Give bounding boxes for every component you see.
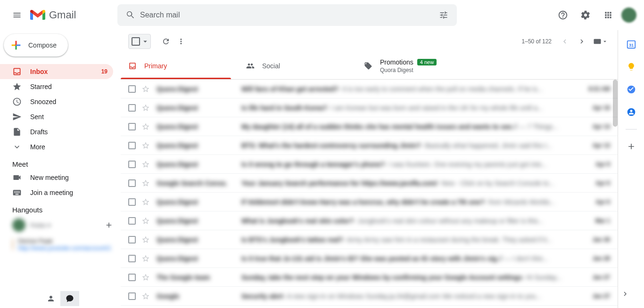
mail-row[interactable]: Quora Digest Is BTS's Jungkook's tattoo …	[121, 230, 618, 249]
refresh-button[interactable]	[158, 34, 173, 49]
row-star[interactable]	[141, 122, 151, 131]
mail-row[interactable]: Google Security alert - A new sign-in on…	[121, 287, 618, 306]
row-star[interactable]	[141, 254, 151, 263]
account-avatar[interactable]	[621, 8, 636, 23]
row-star[interactable]	[141, 235, 151, 244]
more-button[interactable]	[173, 34, 189, 49]
tab-promotions[interactable]: Promotions 4 new Quora Digest	[356, 53, 474, 79]
row-checkbox[interactable]	[128, 274, 136, 281]
chevron-down-icon	[12, 142, 22, 152]
hide-side-panel[interactable]	[616, 284, 635, 303]
select-dropdown[interactable]	[141, 37, 149, 46]
hangouts-tab-chat[interactable]	[60, 291, 79, 306]
nav-snoozed[interactable]: Snoozed	[0, 94, 113, 109]
row-subject: BTS: What's the hardest controversy surr…	[241, 142, 577, 149]
contacts-app[interactable]	[626, 106, 637, 118]
mail-row[interactable]: Quora Digest My daughter (14) all of a s…	[121, 117, 618, 136]
row-sender: Quora Digest	[157, 123, 241, 130]
star-outline-icon	[141, 292, 150, 300]
row-checkbox[interactable]	[128, 104, 136, 112]
nav-join-meeting[interactable]: Join a meeting	[0, 185, 113, 200]
mail-row[interactable]: Quora Digest Is it true that Jz-131 aid …	[121, 249, 618, 268]
row-checkbox[interactable]	[128, 198, 136, 206]
row-star[interactable]	[141, 179, 151, 187]
select-all[interactable]	[128, 34, 151, 49]
nav-drafts[interactable]: Drafts	[0, 124, 113, 139]
row-subject: Is life hard in South Korea? - I am Kore…	[241, 104, 577, 112]
row-checkbox[interactable]	[128, 179, 136, 187]
scrollbar-thumb[interactable]	[613, 80, 618, 127]
star-outline-icon	[141, 85, 150, 93]
nav-label: Join a meeting	[30, 189, 107, 196]
input-tools-button[interactable]	[591, 34, 610, 49]
row-checkbox[interactable]	[128, 255, 136, 262]
support-button[interactable]	[553, 6, 572, 24]
nav-label: Starred	[30, 83, 107, 90]
row-subject: Your January Search performance for http…	[241, 179, 577, 187]
row-star[interactable]	[141, 160, 151, 169]
nav-more[interactable]: More	[0, 139, 113, 154]
row-checkbox[interactable]	[128, 123, 136, 130]
page-count: 1–50 of 122	[522, 38, 552, 45]
star-outline-icon	[141, 160, 150, 169]
nav-new-meeting[interactable]: New meeting	[0, 170, 113, 185]
hangouts-tab-contacts[interactable]	[41, 291, 60, 306]
row-subject: Is it wrong to go through a teenager's p…	[241, 161, 577, 168]
tab-label: Promotions	[380, 58, 413, 66]
mail-row[interactable]: The Google team Sunday, take the next st…	[121, 268, 618, 287]
mail-row[interactable]: Quora Digest Is life hard in South Korea…	[121, 98, 618, 117]
apps-button[interactable]	[599, 6, 618, 24]
search-button[interactable]	[121, 6, 140, 24]
row-checkbox[interactable]	[128, 217, 136, 225]
main-menu-button[interactable]	[6, 4, 28, 26]
tab-social[interactable]: Social	[239, 53, 356, 79]
next-page-button[interactable]	[574, 34, 589, 49]
prev-page-button[interactable]	[557, 34, 572, 49]
row-star[interactable]	[141, 104, 151, 112]
row-checkbox[interactable]	[128, 292, 136, 300]
send-icon	[12, 112, 22, 122]
get-addons[interactable]	[626, 141, 637, 152]
hangouts-contact[interactable]: Denise Paakhttp://www.youtube.com/accoun…	[0, 235, 121, 254]
row-subject: What is Jungkook's real skin color? - Ju…	[241, 217, 577, 225]
row-star[interactable]	[141, 141, 151, 150]
select-all-checkbox[interactable]	[132, 37, 140, 46]
nav-inbox[interactable]: Inbox 19	[0, 64, 113, 79]
search-bar[interactable]	[117, 4, 457, 26]
mail-row[interactable]: Quora Digest BTS: What's the hardest con…	[121, 136, 618, 155]
star-outline-icon	[141, 235, 150, 244]
row-star[interactable]	[141, 273, 151, 282]
plus-icon	[9, 39, 23, 52]
tasks-app[interactable]	[626, 84, 637, 95]
tab-primary[interactable]: Primary	[121, 53, 239, 79]
row-checkbox[interactable]	[128, 85, 136, 93]
nav-starred[interactable]: Starred	[0, 79, 113, 94]
mail-row[interactable]: Quora Digest Is it wrong to go through a…	[121, 155, 618, 174]
row-star[interactable]	[141, 217, 151, 225]
search-input[interactable]	[140, 11, 434, 19]
row-checkbox[interactable]	[128, 142, 136, 149]
row-star[interactable]	[141, 85, 151, 93]
row-checkbox[interactable]	[128, 161, 136, 168]
gmail-logo[interactable]: Gmail	[30, 9, 113, 21]
keep-app[interactable]	[626, 61, 637, 73]
settings-button[interactable]	[576, 6, 595, 24]
mail-row[interactable]: Quora Digest What is Jungkook's real ski…	[121, 211, 618, 230]
arrow-drop-down-icon	[602, 38, 608, 45]
compose-button[interactable]: Compose	[4, 34, 68, 57]
nav-sent[interactable]: Sent	[0, 109, 113, 124]
row-checkbox[interactable]	[128, 236, 136, 243]
mail-row[interactable]: Google Search Conso. Your January Search…	[121, 174, 618, 193]
search-options-button[interactable]	[434, 6, 453, 24]
calendar-app[interactable]: 31	[626, 39, 637, 50]
mail-list[interactable]: Quora Digest Will fans of Khan get arres…	[121, 80, 618, 308]
row-star[interactable]	[141, 198, 151, 206]
mail-row[interactable]: Quora Digest If Voldemort didn't know Ha…	[121, 193, 618, 211]
chevron-right-icon	[621, 290, 629, 298]
plus-icon[interactable]	[105, 221, 113, 229]
row-sender: Quora Digest	[157, 161, 241, 168]
mail-row[interactable]: Quora Digest Will fans of Khan get arres…	[121, 80, 618, 98]
row-star[interactable]	[141, 292, 151, 300]
star-outline-icon	[141, 273, 150, 282]
hangouts-self[interactable]: Petite ▾	[0, 216, 60, 235]
